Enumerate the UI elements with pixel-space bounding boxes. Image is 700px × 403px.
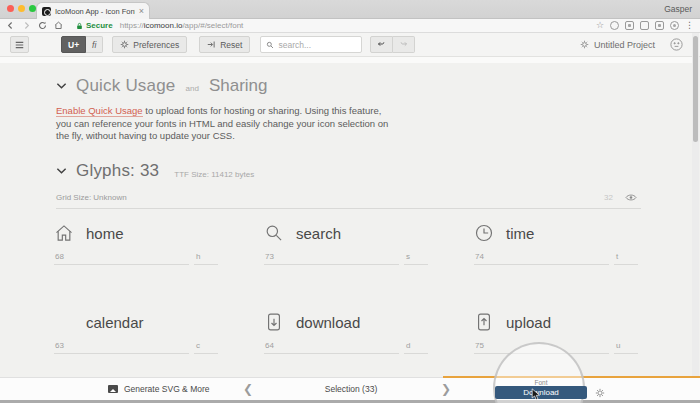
- glyph-ligature-input[interactable]: u: [614, 341, 638, 354]
- reset-icon: [207, 40, 216, 49]
- code-mode-toggle: U+ fi: [61, 36, 103, 53]
- upload-icon: [474, 312, 494, 332]
- tab-title: IcoMoon App - Icon Font, SVG: [55, 7, 135, 16]
- extension-icon[interactable]: [625, 21, 634, 30]
- icomoon-favicon: [42, 7, 51, 16]
- extension-icon[interactable]: [670, 21, 679, 30]
- glyph-cell-home[interactable]: home 68 h: [40, 222, 250, 265]
- extension-icon[interactable]: [655, 21, 664, 30]
- download-icon: [264, 312, 284, 332]
- gear-icon: [120, 40, 129, 49]
- project-name: Untitled Project: [594, 40, 655, 50]
- chevron-down-icon: [56, 167, 67, 175]
- glyph-name: download: [296, 314, 360, 331]
- secure-label: Secure: [86, 21, 113, 30]
- preferences-button[interactable]: Preferences: [112, 36, 187, 53]
- close-window-button[interactable]: [7, 5, 14, 12]
- eye-icon[interactable]: [625, 193, 637, 202]
- ttf-size-label: TTF Size: 11412 bytes: [174, 170, 254, 179]
- grid-size-value[interactable]: 32: [604, 193, 613, 202]
- glyph-cell-time[interactable]: time 74 t: [460, 222, 670, 265]
- scrollbar-thumb[interactable]: [693, 36, 698, 142]
- redo-button[interactable]: [393, 36, 415, 53]
- gear-icon: [580, 40, 589, 49]
- browser-address-bar: Secure https://icomoon.io/app/#/select/f…: [0, 19, 700, 33]
- back-icon[interactable]: [6, 21, 15, 30]
- quick-usage-section-header[interactable]: Quick Usage and Sharing: [56, 76, 693, 96]
- enable-quick-usage-link[interactable]: Enable Quick Usage: [56, 105, 143, 117]
- grid-size-row: Grid Size: Unknown 32: [56, 193, 641, 209]
- glyph-name: calendar: [86, 314, 144, 331]
- generate-svg-button[interactable]: Generate SVG & More: [108, 378, 210, 400]
- calendar-icon: [54, 312, 74, 332]
- undo-button[interactable]: [370, 36, 393, 53]
- selection-tab[interactable]: Selection (33): [306, 378, 396, 400]
- quick-usage-description: Enable Quick Usage to upload fonts for h…: [56, 105, 396, 143]
- quick-usage-title: Quick Usage: [76, 76, 176, 96]
- sharing-title: Sharing: [209, 76, 268, 96]
- gear-icon[interactable]: [595, 388, 605, 398]
- extension-icon[interactable]: [640, 21, 649, 30]
- feedback-smiley-icon[interactable]: [669, 37, 684, 52]
- reset-button[interactable]: Reset: [199, 36, 250, 53]
- close-tab-icon[interactable]: ×: [139, 7, 144, 16]
- glyph-code-input[interactable]: 74: [474, 252, 609, 265]
- unicode-mode-button[interactable]: U+: [61, 36, 86, 53]
- hamburger-icon: [15, 41, 24, 49]
- glyph-ligature-input[interactable]: s: [404, 252, 428, 265]
- glyph-ligature-input[interactable]: t: [614, 252, 638, 265]
- forward-icon[interactable]: [22, 21, 31, 30]
- search-icon: [266, 41, 274, 49]
- chevron-left-icon: ❮: [243, 382, 253, 396]
- glyph-cell-upload[interactable]: upload 75 u: [460, 311, 670, 354]
- glyph-code-input[interactable]: 75: [474, 341, 609, 354]
- search-icon: [264, 223, 284, 243]
- glyph-name: time: [506, 225, 534, 242]
- glyph-cell-download[interactable]: download 64 d: [250, 311, 460, 354]
- history-buttons: [370, 36, 415, 53]
- glyphs-count-title: Glyphs: 33: [76, 161, 159, 181]
- ligatures-mode-button[interactable]: fi: [86, 36, 103, 53]
- minimize-window-button[interactable]: [18, 5, 25, 12]
- window-controls: [7, 5, 36, 12]
- project-menu[interactable]: Untitled Project: [580, 40, 655, 50]
- browser-tab[interactable]: IcoMoon App - Icon Font, SVG ×: [36, 2, 150, 19]
- glyph-ligature-input[interactable]: c: [194, 341, 218, 354]
- glyph-cell-calendar[interactable]: calendar 63 c: [40, 311, 250, 354]
- glyph-code-input[interactable]: 63: [54, 341, 189, 354]
- browser-menu-dots-icon[interactable]: ⋮: [685, 21, 694, 30]
- chevron-down-icon: [56, 82, 67, 90]
- page-content: Quick Usage and Sharing Enable Quick Usa…: [0, 57, 693, 377]
- browser-profile-name[interactable]: Gasper: [664, 4, 692, 14]
- main-menu-button[interactable]: [10, 36, 29, 53]
- clock-icon: [474, 223, 494, 243]
- glyph-code-input[interactable]: 64: [264, 341, 399, 354]
- font-download-section: Font Download: [443, 378, 700, 400]
- zoom-window-button[interactable]: [29, 5, 36, 12]
- font-label: Font: [495, 379, 587, 386]
- grid-size-label: Grid Size: Unknown: [56, 193, 127, 202]
- url-text[interactable]: https://icomoon.io/app/#/select/font: [120, 21, 244, 30]
- search-input[interactable]: [278, 40, 356, 50]
- padlock-icon[interactable]: [76, 22, 83, 30]
- extension-icon[interactable]: [610, 21, 619, 30]
- glyph-ligature-input[interactable]: d: [404, 341, 428, 354]
- glyph-code-input[interactable]: 73: [264, 252, 399, 265]
- bookmark-star-icon[interactable]: ☆: [596, 21, 604, 30]
- glyph-ligature-input[interactable]: h: [194, 252, 218, 265]
- glyph-search[interactable]: [260, 36, 362, 53]
- icomoon-toolbar: U+ fi Preferences Reset Untitled Project: [0, 33, 700, 57]
- glyph-name: search: [296, 225, 341, 242]
- home-icon[interactable]: [54, 21, 63, 30]
- glyph-cell-search[interactable]: search 73 s: [250, 222, 460, 265]
- page-scrollbar[interactable]: [692, 33, 699, 400]
- glyph-code-input[interactable]: 68: [54, 252, 189, 265]
- home-icon: [54, 223, 74, 243]
- image-icon: [108, 385, 118, 393]
- reload-icon[interactable]: [38, 21, 47, 30]
- glyph-name: upload: [506, 314, 551, 331]
- glyph-grid: home 68 h search 73 s: [40, 222, 693, 354]
- glyph-name: home: [86, 225, 124, 242]
- glyphs-section-header[interactable]: Glyphs: 33 TTF Size: 11412 bytes: [56, 161, 693, 181]
- download-button[interactable]: Download: [495, 386, 587, 399]
